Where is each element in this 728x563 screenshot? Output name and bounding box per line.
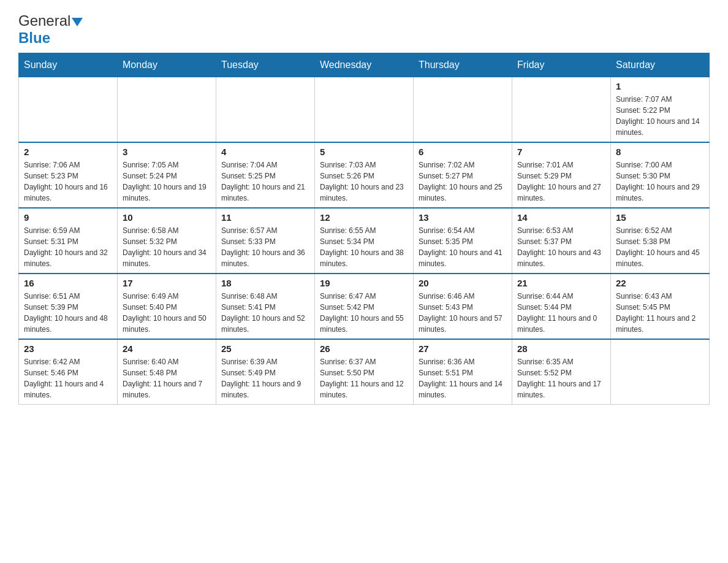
day-number: 17 — [123, 278, 211, 288]
calendar-cell: 19Sunrise: 6:47 AMSunset: 5:42 PMDayligh… — [315, 274, 414, 339]
day-number: 4 — [221, 147, 309, 157]
calendar-cell: 9Sunrise: 6:59 AMSunset: 5:31 PMDaylight… — [19, 208, 118, 274]
day-info: Sunrise: 6:52 AMSunset: 5:38 PMDaylight:… — [616, 225, 704, 269]
day-number: 1 — [616, 81, 704, 91]
day-number: 16 — [24, 278, 112, 288]
col-header-tuesday: Tuesday — [216, 53, 315, 77]
calendar-cell: 26Sunrise: 6:37 AMSunset: 5:50 PMDayligh… — [315, 339, 414, 405]
day-number: 6 — [419, 147, 507, 157]
day-number: 9 — [24, 212, 112, 223]
logo: General Blue — [18, 12, 83, 47]
calendar-cell — [118, 77, 216, 143]
day-number: 21 — [517, 278, 605, 288]
day-info: Sunrise: 7:00 AMSunset: 5:30 PMDaylight:… — [616, 159, 704, 204]
day-number: 28 — [517, 343, 605, 354]
day-number: 25 — [221, 343, 309, 354]
day-number: 12 — [320, 212, 408, 223]
calendar-cell: 18Sunrise: 6:48 AMSunset: 5:41 PMDayligh… — [216, 274, 315, 339]
col-header-sunday: Sunday — [19, 53, 118, 77]
page-header: General Blue — [18, 12, 710, 47]
calendar-cell: 22Sunrise: 6:43 AMSunset: 5:45 PMDayligh… — [611, 274, 710, 339]
calendar-cell: 20Sunrise: 6:46 AMSunset: 5:43 PMDayligh… — [414, 274, 512, 339]
day-number: 22 — [616, 278, 704, 288]
day-number: 27 — [419, 343, 507, 354]
calendar-cell: 14Sunrise: 6:53 AMSunset: 5:37 PMDayligh… — [512, 208, 611, 274]
day-info: Sunrise: 6:42 AMSunset: 5:46 PMDaylight:… — [24, 356, 112, 400]
calendar-cell: 10Sunrise: 6:58 AMSunset: 5:32 PMDayligh… — [118, 208, 216, 274]
calendar-cell: 21Sunrise: 6:44 AMSunset: 5:44 PMDayligh… — [512, 274, 611, 339]
day-info: Sunrise: 6:44 AMSunset: 5:44 PMDaylight:… — [517, 291, 605, 335]
col-header-wednesday: Wednesday — [315, 53, 414, 77]
calendar-cell — [512, 77, 611, 143]
day-info: Sunrise: 6:43 AMSunset: 5:45 PMDaylight:… — [616, 291, 704, 335]
week-row-1: 1Sunrise: 7:07 AMSunset: 5:22 PMDaylight… — [19, 77, 710, 143]
day-number: 19 — [320, 278, 408, 288]
calendar-cell: 16Sunrise: 6:51 AMSunset: 5:39 PMDayligh… — [19, 274, 118, 339]
week-row-4: 16Sunrise: 6:51 AMSunset: 5:39 PMDayligh… — [19, 274, 710, 339]
logo-triangle-icon — [72, 18, 83, 26]
logo-general: General — [18, 12, 70, 29]
week-row-2: 2Sunrise: 7:06 AMSunset: 5:23 PMDaylight… — [19, 142, 710, 208]
day-info: Sunrise: 6:54 AMSunset: 5:35 PMDaylight:… — [419, 225, 507, 269]
calendar-cell: 5Sunrise: 7:03 AMSunset: 5:26 PMDaylight… — [315, 142, 414, 208]
day-info: Sunrise: 6:39 AMSunset: 5:49 PMDaylight:… — [221, 356, 309, 400]
day-number: 2 — [24, 147, 112, 157]
calendar-cell — [611, 339, 710, 405]
calendar-cell: 1Sunrise: 7:07 AMSunset: 5:22 PMDaylight… — [611, 77, 710, 143]
calendar-cell: 27Sunrise: 6:36 AMSunset: 5:51 PMDayligh… — [414, 339, 512, 405]
calendar-cell: 28Sunrise: 6:35 AMSunset: 5:52 PMDayligh… — [512, 339, 611, 405]
day-number: 10 — [123, 212, 211, 223]
day-number: 18 — [221, 278, 309, 288]
col-header-thursday: Thursday — [414, 53, 512, 77]
week-row-5: 23Sunrise: 6:42 AMSunset: 5:46 PMDayligh… — [19, 339, 710, 405]
col-header-monday: Monday — [118, 53, 216, 77]
day-info: Sunrise: 6:55 AMSunset: 5:34 PMDaylight:… — [320, 225, 408, 269]
calendar-cell: 17Sunrise: 6:49 AMSunset: 5:40 PMDayligh… — [118, 274, 216, 339]
day-info: Sunrise: 6:59 AMSunset: 5:31 PMDaylight:… — [24, 225, 112, 269]
calendar-cell: 6Sunrise: 7:02 AMSunset: 5:27 PMDaylight… — [414, 142, 512, 208]
calendar-cell: 8Sunrise: 7:00 AMSunset: 5:30 PMDaylight… — [611, 142, 710, 208]
day-info: Sunrise: 6:49 AMSunset: 5:40 PMDaylight:… — [123, 291, 211, 335]
calendar-cell: 13Sunrise: 6:54 AMSunset: 5:35 PMDayligh… — [414, 208, 512, 274]
calendar-cell — [19, 77, 118, 143]
week-row-3: 9Sunrise: 6:59 AMSunset: 5:31 PMDaylight… — [19, 208, 710, 274]
day-info: Sunrise: 6:40 AMSunset: 5:48 PMDaylight:… — [123, 356, 211, 400]
day-number: 3 — [123, 147, 211, 157]
day-info: Sunrise: 7:03 AMSunset: 5:26 PMDaylight:… — [320, 159, 408, 204]
day-info: Sunrise: 6:35 AMSunset: 5:52 PMDaylight:… — [517, 356, 605, 400]
day-info: Sunrise: 6:58 AMSunset: 5:32 PMDaylight:… — [123, 225, 211, 269]
day-number: 26 — [320, 343, 408, 354]
day-info: Sunrise: 6:37 AMSunset: 5:50 PMDaylight:… — [320, 356, 408, 400]
day-number: 13 — [419, 212, 507, 223]
day-info: Sunrise: 6:46 AMSunset: 5:43 PMDaylight:… — [419, 291, 507, 335]
day-info: Sunrise: 7:04 AMSunset: 5:25 PMDaylight:… — [221, 159, 309, 204]
day-number: 20 — [419, 278, 507, 288]
day-number: 7 — [517, 147, 605, 157]
day-info: Sunrise: 7:07 AMSunset: 5:22 PMDaylight:… — [616, 94, 704, 138]
day-number: 24 — [123, 343, 211, 354]
calendar-cell: 24Sunrise: 6:40 AMSunset: 5:48 PMDayligh… — [118, 339, 216, 405]
day-info: Sunrise: 7:01 AMSunset: 5:29 PMDaylight:… — [517, 159, 605, 204]
col-header-friday: Friday — [512, 53, 611, 77]
day-info: Sunrise: 7:06 AMSunset: 5:23 PMDaylight:… — [24, 159, 112, 204]
day-number: 23 — [24, 343, 112, 354]
day-info: Sunrise: 6:51 AMSunset: 5:39 PMDaylight:… — [24, 291, 112, 335]
calendar-cell — [216, 77, 315, 143]
day-info: Sunrise: 7:02 AMSunset: 5:27 PMDaylight:… — [419, 159, 507, 204]
day-number: 11 — [221, 212, 309, 223]
day-info: Sunrise: 6:53 AMSunset: 5:37 PMDaylight:… — [517, 225, 605, 269]
calendar-cell — [315, 77, 414, 143]
calendar-cell: 15Sunrise: 6:52 AMSunset: 5:38 PMDayligh… — [611, 208, 710, 274]
calendar-cell: 12Sunrise: 6:55 AMSunset: 5:34 PMDayligh… — [315, 208, 414, 274]
calendar-table: SundayMondayTuesdayWednesdayThursdayFrid… — [18, 53, 710, 405]
calendar-cell: 7Sunrise: 7:01 AMSunset: 5:29 PMDaylight… — [512, 142, 611, 208]
calendar-header-row: SundayMondayTuesdayWednesdayThursdayFrid… — [19, 53, 710, 77]
calendar-cell: 4Sunrise: 7:04 AMSunset: 5:25 PMDaylight… — [216, 142, 315, 208]
day-info: Sunrise: 6:48 AMSunset: 5:41 PMDaylight:… — [221, 291, 309, 335]
day-number: 15 — [616, 212, 704, 223]
logo-blue: Blue — [18, 29, 50, 46]
calendar-cell — [414, 77, 512, 143]
col-header-saturday: Saturday — [611, 53, 710, 77]
day-info: Sunrise: 7:05 AMSunset: 5:24 PMDaylight:… — [123, 159, 211, 204]
logo-text: General — [18, 12, 83, 29]
